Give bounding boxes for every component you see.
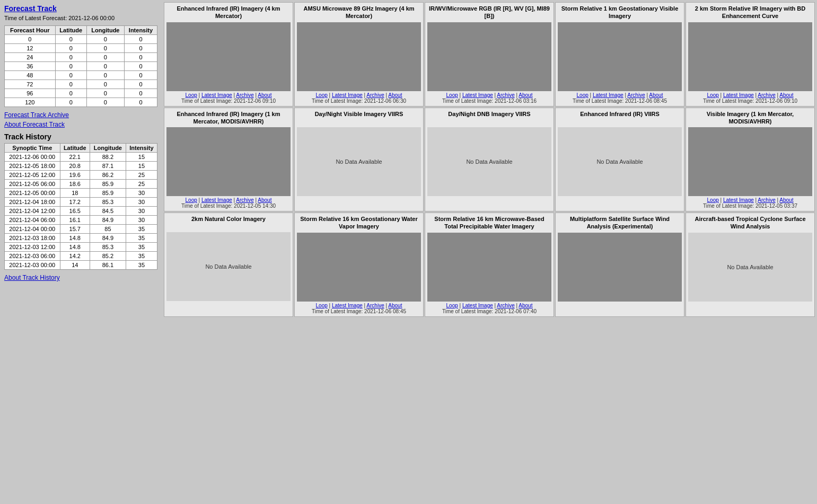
- cell-link-latest-image[interactable]: Latest Image: [723, 197, 754, 203]
- no-data-text: No Data Available: [596, 158, 643, 165]
- cell-link-latest-image[interactable]: Latest Image: [201, 197, 232, 203]
- image-cell-r3-c3: Storm Relative 16 km Microwave-Based Tot…: [425, 213, 554, 317]
- track-row: 2021-12-04 12:0016.584.530: [5, 207, 157, 216]
- cell-link-latest-image[interactable]: Latest Image: [332, 303, 363, 308]
- forecast-track-title[interactable]: Forecast Track: [4, 4, 157, 13]
- col-forecast-hour: Forecast Hour: [5, 26, 56, 35]
- cell-time: Time of Latest Image: 2021-12-06 07:40: [427, 308, 551, 314]
- track-row: 2021-12-05 18:0020.887.115: [5, 162, 157, 171]
- cell-link-archive[interactable]: Archive: [236, 92, 253, 98]
- cell-link-latest-image[interactable]: Latest Image: [593, 92, 623, 98]
- track-row: 2021-12-05 06:0018.685.925: [5, 180, 157, 189]
- col-int: Intensity: [126, 144, 157, 153]
- col-lat: Latitude: [60, 144, 90, 153]
- cell-image: No Data Available: [427, 127, 551, 196]
- cell-link-loop[interactable]: Loop: [577, 92, 588, 98]
- forecast-row: 48000: [5, 71, 157, 80]
- image-cell-r1-c3: IR/WV/Microwave RGB (IR [R], WV [G], MI8…: [425, 2, 554, 107]
- cell-image: No Data Available: [166, 232, 291, 301]
- track-row: 2021-12-03 18:0014.884.935: [5, 234, 157, 243]
- no-data-text: No Data Available: [466, 158, 512, 165]
- link-separator: |: [458, 303, 462, 308]
- col-longitude: Longitude: [86, 26, 124, 35]
- cell-time: Time of Latest Image: 2021-12-06 06:30: [297, 98, 421, 104]
- cell-link-archive[interactable]: Archive: [497, 92, 514, 98]
- cell-link-archive[interactable]: Archive: [758, 197, 775, 203]
- cell-link-loop[interactable]: Loop: [316, 303, 328, 308]
- track-history-title: Track History: [4, 132, 157, 141]
- cell-title: Aircraft-based Tropical Cyclone Surface …: [688, 215, 812, 231]
- cell-title: 2km Natural Color Imagery: [166, 215, 291, 230]
- forecast-row: 96000: [5, 89, 157, 98]
- cell-title: Storm Relative 1 km Geostationary Visibl…: [558, 5, 682, 20]
- link-separator: |: [328, 92, 332, 98]
- cell-links: Loop | Latest Image | Archive | About: [558, 92, 682, 98]
- cell-title: Enhanced Infrared (IR) Imagery (1 km Mer…: [166, 110, 291, 126]
- sidebar: Forecast Track Time of Latest Forecast: …: [0, 0, 162, 504]
- cell-link-loop[interactable]: Loop: [186, 92, 197, 98]
- image-cell-r2-c3: Day/Night DNB Imagery VIIRSNo Data Avail…: [425, 108, 554, 212]
- about-track-history-link[interactable]: About Track History: [4, 274, 157, 281]
- cell-link-archive[interactable]: Archive: [366, 303, 384, 308]
- cell-image: No Data Available: [558, 127, 682, 196]
- col-latitude: Latitude: [55, 26, 86, 35]
- cell-links: Loop | Latest Image | Archive | About: [166, 197, 291, 203]
- cell-title: 2 km Storm Relative IR Imagery with BD E…: [688, 5, 812, 20]
- track-row: 2021-12-04 06:0016.184.930: [5, 216, 157, 225]
- cell-link-latest-image[interactable]: Latest Image: [462, 92, 493, 98]
- cell-link-loop[interactable]: Loop: [707, 197, 719, 203]
- track-row: 2021-12-03 12:0014.885.335: [5, 243, 157, 252]
- cell-image: [166, 22, 291, 91]
- forecast-row: 24000: [5, 53, 157, 62]
- cell-link-archive[interactable]: Archive: [758, 92, 775, 98]
- cell-link-loop[interactable]: Loop: [446, 92, 458, 98]
- cell-title: Enhanced Infrared (IR) Imagery (4 km Mer…: [166, 5, 291, 20]
- forecast-time: Time of Latest Forecast: 2021-12-06 00:0…: [4, 15, 157, 21]
- cell-image: [427, 233, 551, 302]
- cell-link-about[interactable]: About: [388, 92, 402, 98]
- cell-link-loop[interactable]: Loop: [707, 92, 719, 98]
- cell-link-about[interactable]: About: [258, 197, 271, 203]
- cell-time: Time of Latest Image: 2021-12-05 14:30: [166, 203, 291, 209]
- cell-title: Storm Relative 16 km Geostationary Water…: [297, 215, 421, 231]
- cell-link-latest-image[interactable]: Latest Image: [332, 92, 363, 98]
- link-separator: |: [328, 303, 332, 308]
- forecast-table: Forecast Hour Latitude Longitude Intensi…: [4, 25, 157, 107]
- track-row: 2021-12-04 18:0017.285.330: [5, 198, 157, 207]
- cell-link-loop[interactable]: Loop: [186, 197, 197, 203]
- cell-time: Time of Latest Image: 2021-12-06 09:10: [688, 98, 812, 104]
- cell-links: Loop | Latest Image | Archive | About: [427, 92, 551, 98]
- main-layout: Forecast Track Time of Latest Forecast: …: [0, 0, 817, 504]
- forecast-track-archive-link[interactable]: Forecast Track Archive: [4, 111, 157, 119]
- cell-link-about[interactable]: About: [519, 303, 532, 308]
- cell-link-loop[interactable]: Loop: [446, 303, 458, 308]
- cell-link-about[interactable]: About: [258, 92, 271, 98]
- about-forecast-track-link[interactable]: About Forecast Track: [4, 121, 157, 128]
- cell-link-archive[interactable]: Archive: [366, 92, 384, 98]
- track-row: 2021-12-06 00:0022.188.215: [5, 153, 157, 162]
- cell-link-archive[interactable]: Archive: [497, 303, 514, 308]
- cell-link-latest-image[interactable]: Latest Image: [462, 303, 493, 308]
- image-cell-r1-c1: Enhanced Infrared (IR) Imagery (4 km Mer…: [164, 2, 293, 107]
- cell-link-archive[interactable]: Archive: [627, 92, 645, 98]
- image-cell-r2-c5: Visible Imagery (1 km Mercator, MODIS/AV…: [686, 108, 815, 212]
- cell-link-about[interactable]: About: [649, 92, 663, 98]
- cell-link-archive[interactable]: Archive: [236, 197, 253, 203]
- cell-links: Loop | Latest Image | Archive | About: [297, 92, 421, 98]
- cell-link-loop[interactable]: Loop: [316, 92, 328, 98]
- cell-link-about[interactable]: About: [388, 303, 402, 308]
- col-lon: Longitude: [90, 144, 126, 153]
- cell-link-about[interactable]: About: [779, 197, 793, 203]
- cell-title: Storm Relative 16 km Microwave-Based Tot…: [427, 215, 551, 231]
- cell-time: Time of Latest Image: 2021-12-06 08:45: [558, 98, 682, 104]
- cell-title: Multiplatform Satellite Surface Wind Ana…: [558, 215, 682, 231]
- forecast-row: 36000: [5, 62, 157, 71]
- cell-link-latest-image[interactable]: Latest Image: [201, 92, 232, 98]
- cell-time: Time of Latest Image: 2021-12-06 08:45: [297, 308, 421, 314]
- cell-link-about[interactable]: About: [779, 92, 793, 98]
- link-separator: |: [719, 92, 723, 98]
- cell-link-about[interactable]: About: [519, 92, 532, 98]
- cell-link-latest-image[interactable]: Latest Image: [723, 92, 754, 98]
- no-data-text: No Data Available: [336, 158, 382, 165]
- forecast-row: 72000: [5, 80, 157, 89]
